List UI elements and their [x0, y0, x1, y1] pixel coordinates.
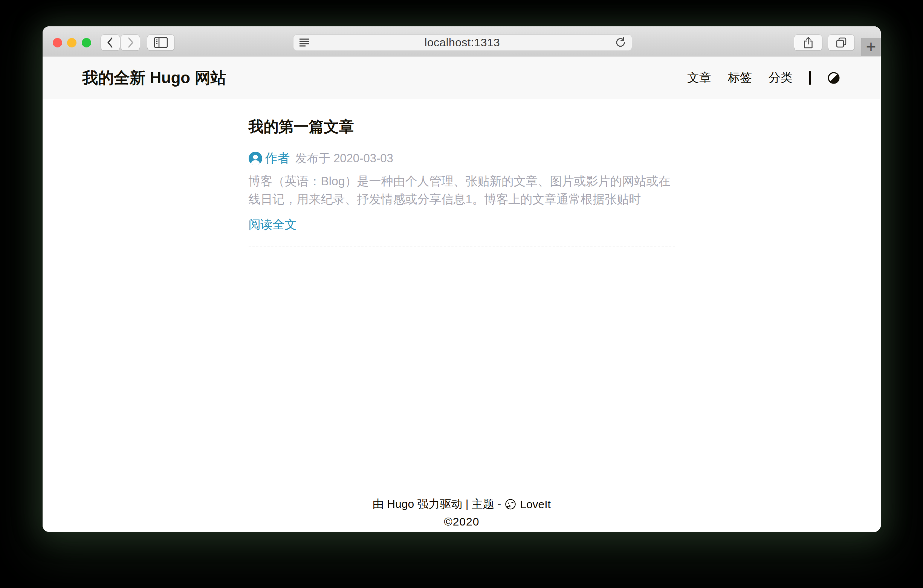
nav-item-tags[interactable]: 标签	[728, 70, 752, 86]
author-link[interactable]: 作者	[265, 150, 290, 167]
webpage: 我的全新 Hugo 网站 文章 标签 分类 我的第一篇文章	[43, 56, 881, 532]
sidebar-toggle-button[interactable]	[147, 34, 174, 51]
safari-window: localhost:1313 + 我的全新 Hugo 网站	[43, 26, 881, 532]
chevron-right-icon	[126, 36, 135, 49]
publish-date: 2020-03-03	[333, 152, 393, 165]
theme-link[interactable]: LoveIt	[520, 498, 551, 511]
powered-by-text: 由 Hugo 强力驱动 | 主题 -	[373, 496, 501, 512]
user-circle-icon	[249, 152, 262, 165]
address-bar[interactable]: localhost:1313	[293, 34, 632, 51]
publish-info: 发布于 2020-03-03	[296, 151, 393, 166]
share-button[interactable]	[794, 34, 822, 51]
tabs-overview-icon	[835, 36, 847, 49]
theme-toggle-button[interactable]	[827, 72, 840, 84]
url-text: localhost:1313	[310, 36, 615, 49]
tabs-overview-button[interactable]	[828, 34, 854, 51]
reader-icon[interactable]	[299, 38, 310, 47]
publish-prefix: 发布于	[296, 152, 330, 165]
plus-icon: +	[866, 38, 876, 55]
post-summary-card: 我的第一篇文章 作者 发布于	[249, 116, 675, 247]
back-button[interactable]	[101, 34, 120, 51]
share-icon	[803, 36, 813, 49]
contrast-circle-icon	[827, 72, 840, 84]
browser-toolbar: localhost:1313 +	[43, 26, 881, 56]
fullscreen-button[interactable]	[82, 38, 91, 47]
site-header: 我的全新 Hugo 网站 文章 标签 分类	[43, 56, 881, 99]
reload-icon[interactable]	[615, 37, 626, 48]
site-title-link[interactable]: 我的全新 Hugo 网站	[82, 67, 227, 88]
close-button[interactable]	[53, 38, 62, 47]
nav-item-categories[interactable]: 分类	[769, 70, 793, 86]
site-footer: 由 Hugo 强力驱动 | 主题 - LoveIt ©2020	[43, 496, 881, 528]
main-nav: 文章 标签 分类	[687, 70, 840, 86]
copyright-text: ©2020	[43, 515, 881, 528]
sidebar-icon	[153, 36, 168, 49]
post-title-link[interactable]: 我的第一篇文章	[249, 116, 675, 137]
kiss-wink-heart-icon	[504, 498, 516, 511]
post-summary-text: 博客（英语：Blog）是一种由个人管理、张贴新的文章、图片或影片的网站或在线日记…	[249, 172, 675, 208]
post-divider	[249, 247, 675, 247]
nav-item-posts[interactable]: 文章	[687, 70, 711, 86]
forward-button[interactable]	[121, 34, 140, 51]
powered-by-line: 由 Hugo 强力驱动 | 主题 - LoveIt	[43, 496, 881, 512]
post-meta: 作者 发布于 2020-03-03	[249, 150, 675, 167]
nav-divider	[809, 71, 811, 85]
new-tab-button[interactable]: +	[861, 38, 881, 56]
minimize-button[interactable]	[67, 38, 77, 47]
read-more-link[interactable]: 阅读全文	[249, 216, 297, 233]
chevron-left-icon	[106, 36, 115, 49]
main-content: 我的第一篇文章 作者 发布于	[249, 99, 675, 247]
